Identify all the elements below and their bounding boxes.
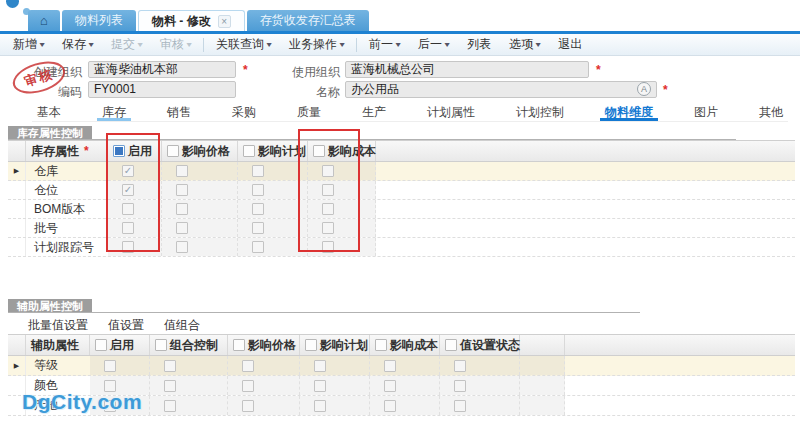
checkbox-cell — [162, 181, 238, 199]
detail-tab[interactable]: 库存 — [97, 101, 131, 121]
column-header-checkbox[interactable] — [95, 339, 107, 351]
row-checkbox[interactable] — [384, 400, 396, 412]
detail-tab[interactable]: 计划属性 — [422, 101, 480, 121]
detail-tab[interactable]: 图片 — [689, 101, 723, 121]
row-checkbox[interactable]: ✓ — [122, 165, 134, 177]
window-tab[interactable]: 存货收发存汇总表 — [247, 10, 369, 31]
row-checkbox[interactable] — [454, 380, 466, 392]
detail-tab[interactable]: 基本 — [32, 101, 66, 121]
row-checkbox[interactable] — [176, 241, 188, 253]
row-checkbox[interactable] — [454, 360, 466, 372]
column-header-checkbox[interactable] — [313, 145, 325, 157]
table-row[interactable]: 计划跟踪号 — [8, 238, 795, 257]
row-checkbox[interactable] — [252, 184, 264, 196]
row-checkbox[interactable] — [122, 241, 134, 253]
row-checkbox[interactable] — [164, 400, 176, 412]
create-org-field[interactable]: 蓝海柴油机本部 — [88, 61, 236, 78]
row-checkbox[interactable] — [384, 360, 396, 372]
detail-tab[interactable]: 计划控制 — [511, 101, 569, 121]
column-header-checkbox[interactable] — [155, 339, 167, 351]
toolbar-button[interactable]: 保存▾ — [53, 36, 102, 53]
table-row[interactable]: 仓位✓ — [8, 181, 795, 200]
window-tab[interactable]: 物料列表 — [62, 10, 136, 31]
close-tab-icon[interactable]: × — [218, 15, 231, 28]
row-checkbox[interactable] — [322, 222, 334, 234]
row-filler — [376, 219, 795, 237]
row-checkbox[interactable] — [322, 203, 334, 215]
row-checkbox[interactable] — [122, 222, 134, 234]
dropdown-caret-icon: ▾ — [339, 40, 344, 49]
row-checkbox[interactable] — [176, 165, 188, 177]
toolbar-button[interactable]: 后一▾ — [409, 36, 458, 53]
row-checkbox[interactable] — [454, 400, 466, 412]
column-header-checkbox[interactable] — [305, 339, 317, 351]
row-checkbox[interactable] — [176, 203, 188, 215]
column-header-checkbox[interactable] — [167, 145, 179, 157]
row-checkbox[interactable] — [252, 222, 264, 234]
row-checkbox[interactable] — [122, 203, 134, 215]
column-header-checkbox[interactable] — [445, 339, 457, 351]
row-checkbox[interactable] — [176, 184, 188, 196]
checkbox-cell — [108, 219, 162, 237]
grid-header-filler — [376, 141, 795, 161]
column-header-checkbox[interactable] — [113, 145, 125, 157]
column-header-checkbox[interactable] — [233, 339, 245, 351]
row-checkbox[interactable] — [252, 241, 264, 253]
checkbox-cell — [308, 219, 376, 237]
table-row[interactable]: ▶等级 — [8, 356, 795, 376]
toolbar-button-label: 保存 — [62, 36, 86, 53]
row-checkbox[interactable] — [252, 165, 264, 177]
checkbox-cell — [238, 181, 308, 199]
detail-tab[interactable]: 物料维度 — [600, 101, 658, 121]
row-checkbox[interactable] — [322, 241, 334, 253]
checkbox-cell — [308, 181, 376, 199]
use-org-field[interactable]: 蓝海机械总公司 — [345, 61, 589, 78]
home-tab[interactable]: ⌂ — [28, 10, 60, 31]
window-tab-label: 物料列表 — [75, 12, 123, 29]
row-checkbox[interactable] — [322, 184, 334, 196]
row-checkbox[interactable] — [384, 380, 396, 392]
row-checkbox[interactable] — [314, 360, 326, 372]
window-tab[interactable]: 物料 - 修改× — [138, 10, 245, 31]
toolbar-button[interactable]: 业务操作▾ — [280, 36, 353, 53]
code-field[interactable]: FY0001 — [88, 81, 236, 98]
row-filler — [376, 181, 795, 199]
locale-icon[interactable]: A — [637, 82, 651, 96]
row-checkbox[interactable] — [104, 360, 116, 372]
detail-tab[interactable]: 质量 — [292, 101, 326, 121]
row-checkbox[interactable] — [164, 360, 176, 372]
detail-tab[interactable]: 销售 — [162, 101, 196, 121]
name-field[interactable]: 办公用品 — [345, 81, 657, 98]
row-checkbox[interactable] — [314, 380, 326, 392]
toolbar-button[interactable]: 选项▾ — [500, 36, 549, 53]
table-row[interactable]: BOM版本 — [8, 200, 795, 219]
row-checkbox[interactable] — [242, 380, 254, 392]
toolbar-button[interactable]: 关联查询▾ — [207, 36, 280, 53]
toolbar-button[interactable]: 退出 — [549, 36, 591, 53]
aux-action-button[interactable]: 值组合 — [164, 317, 200, 334]
detail-tab[interactable]: 其他 — [754, 101, 788, 121]
toolbar-button[interactable]: 新增▾ — [4, 36, 53, 53]
dropdown-caret-icon: ▾ — [536, 40, 541, 49]
toolbar-button[interactable]: 前一▾ — [360, 36, 409, 53]
aux-action-button[interactable]: 值设置 — [108, 317, 144, 334]
row-checkbox[interactable] — [252, 203, 264, 215]
row-checkbox[interactable] — [322, 165, 334, 177]
row-filler — [565, 376, 795, 395]
column-header-checkbox[interactable] — [375, 339, 387, 351]
row-checkbox[interactable] — [176, 222, 188, 234]
row-checkbox[interactable] — [314, 400, 326, 412]
table-row[interactable]: ▶仓库✓ — [8, 162, 795, 181]
column-header-checkbox[interactable] — [243, 145, 255, 157]
row-checkbox[interactable]: ✓ — [122, 184, 134, 196]
table-row[interactable]: 批号 — [8, 219, 795, 238]
checkbox-cell — [300, 396, 370, 415]
aux-action-button[interactable]: 批量值设置 — [28, 317, 88, 334]
toolbar-button[interactable]: 列表 — [458, 36, 500, 53]
row-checkbox[interactable] — [164, 380, 176, 392]
detail-tab[interactable]: 采购 — [227, 101, 261, 121]
empty-cell — [520, 396, 565, 415]
detail-tab[interactable]: 生产 — [357, 101, 391, 121]
row-checkbox[interactable] — [242, 360, 254, 372]
row-checkbox[interactable] — [242, 400, 254, 412]
